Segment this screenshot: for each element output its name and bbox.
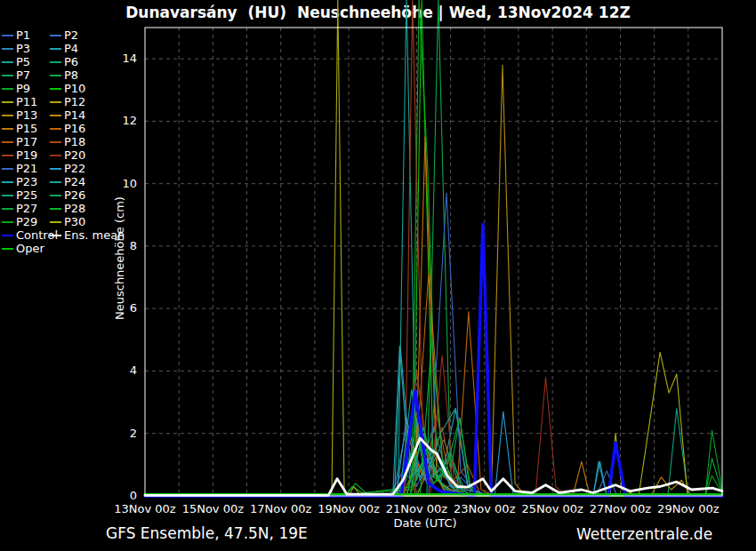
legend-item-p16: P16	[50, 122, 85, 135]
series-p10	[145, 0, 722, 496]
y-tick-label: 8	[130, 239, 137, 252]
series-p26	[145, 427, 722, 496]
footer-model-info: GFS Ensemble, 47.5N, 19E	[106, 524, 308, 542]
legend-item-p4: P4	[50, 42, 78, 55]
legend-label: P15	[16, 122, 37, 135]
series-p6	[145, 403, 722, 496]
series-p27	[145, 339, 722, 496]
series-p23	[145, 346, 722, 496]
series-p9	[145, 0, 722, 496]
legend-swatch-icon	[50, 128, 61, 130]
series-p30	[145, 352, 722, 496]
chart-title: Dunavarsány (HU) Neuschneehöhe | Wed, 13…	[0, 4, 756, 21]
legend-label: P14	[64, 108, 85, 122]
legend-label: P27	[16, 202, 37, 215]
legend-swatch-icon	[50, 235, 61, 236]
legend-item-p23: P23	[2, 175, 37, 188]
legend-label: P29	[16, 215, 37, 228]
legend-swatch-icon	[50, 155, 61, 156]
legend-swatch-icon	[2, 155, 13, 156]
x-tick-label: 25Nov 00z	[521, 502, 583, 515]
legend-item-p9: P9	[2, 82, 30, 95]
legend-swatch-icon	[2, 75, 13, 76]
series-p7	[145, 421, 722, 496]
legend-item-p11: P11	[2, 95, 37, 108]
legend-item-p21: P21	[2, 162, 37, 175]
series-control	[145, 224, 722, 496]
legend-label: P5	[16, 55, 30, 68]
series-lines	[145, 0, 722, 496]
y-tick-label: 12	[122, 114, 137, 127]
legend-label: P25	[16, 188, 37, 202]
legend-label: P20	[64, 148, 85, 162]
legend-label: P1	[16, 28, 30, 42]
legend-swatch-icon	[2, 88, 13, 90]
legend-item-p24: P24	[50, 175, 85, 188]
legend-label: P24	[64, 175, 85, 188]
legend-label: Ens. mean	[64, 228, 125, 242]
y-tick-label: 10	[122, 177, 137, 190]
legend-item-p20: P20	[50, 148, 85, 162]
legend-label: P7	[16, 68, 30, 82]
series-p22	[145, 411, 722, 496]
legend-item-p19: P19	[2, 148, 37, 162]
legend-swatch-icon	[50, 141, 61, 143]
legend-label: P12	[64, 95, 85, 108]
series-p5	[145, 0, 722, 496]
series-p19	[145, 0, 722, 496]
series-p21	[145, 193, 722, 496]
legend-label: P8	[64, 68, 78, 82]
legend-swatch-icon	[50, 48, 61, 50]
legend-swatch-icon	[50, 115, 61, 116]
legend-item-p2: P2	[50, 28, 78, 42]
legend-swatch-icon	[2, 35, 13, 36]
x-axis-title: Date (UTC)	[336, 516, 514, 530]
x-tick-label: 15Nov 00z	[182, 502, 245, 515]
legend-swatch-icon	[2, 208, 13, 210]
legend-item-p26: P26	[50, 188, 85, 202]
series-p24	[145, 390, 722, 497]
legend-swatch-icon	[2, 141, 13, 143]
legend-item-p6: P6	[50, 55, 78, 68]
legend-item-p12: P12	[50, 95, 85, 108]
series-ens-mean	[145, 438, 722, 495]
x-tick-label: 23Nov 00z	[454, 502, 516, 515]
legend-item-p8: P8	[50, 68, 78, 82]
x-tick-label: 13Nov 00z	[114, 502, 176, 515]
legend-label: P22	[64, 162, 85, 175]
legend-swatch-icon	[50, 75, 61, 76]
x-tick-label: 17Nov 00z	[250, 502, 312, 515]
legend-swatch-icon	[2, 115, 13, 116]
legend-swatch-icon	[2, 235, 13, 236]
legend-label: P2	[64, 28, 78, 42]
legend-item-ens-mean: Ens. mean	[50, 228, 125, 242]
legend-label: P9	[16, 82, 30, 95]
series-p25	[145, 446, 722, 496]
legend-item-p22: P22	[50, 162, 85, 175]
legend-label: P18	[64, 135, 85, 148]
legend-item-p1: P1	[2, 28, 30, 42]
x-tick-label: 27Nov 00z	[590, 502, 652, 515]
legend-swatch-icon	[2, 48, 13, 50]
y-tick-label: 4	[130, 363, 137, 377]
series-p15	[145, 137, 722, 496]
series-p8	[145, 0, 722, 496]
legend-swatch-icon	[50, 181, 61, 183]
series-p4	[145, 346, 722, 496]
legend-item-p15: P15	[2, 122, 37, 135]
legend-swatch-icon	[2, 61, 13, 63]
legend-label: P10	[64, 82, 85, 95]
x-tick-label: 29Nov 00z	[657, 502, 720, 515]
series-p18	[145, 371, 722, 497]
legend-swatch-icon	[50, 221, 61, 223]
legend-item-p14: P14	[50, 108, 85, 122]
legend-item-p5: P5	[2, 55, 30, 68]
legend-label: P16	[64, 122, 85, 135]
series-p28	[145, 449, 722, 496]
legend-item-p30: P30	[50, 215, 85, 228]
ensemble-forecast-figure: Dunavarsány (HU) Neuschneehöhe | Wed, 13…	[0, 0, 756, 551]
legend-label: Oper	[16, 242, 44, 255]
legend-label: P30	[64, 215, 85, 228]
legend-item-oper: Oper	[2, 242, 44, 255]
series-p2	[145, 449, 722, 496]
